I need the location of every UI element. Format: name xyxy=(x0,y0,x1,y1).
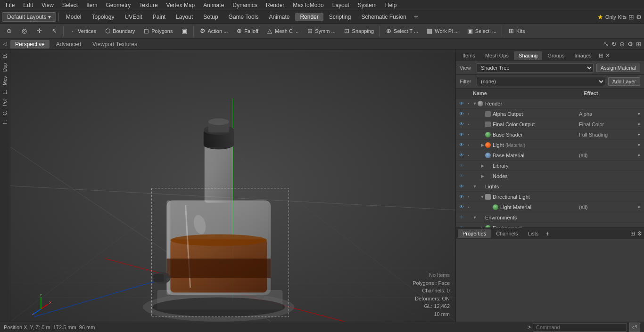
menu-dynamics[interactable]: Dynamics xyxy=(229,1,261,9)
ls-item-e[interactable]: E: xyxy=(1,88,8,96)
bottom-tab-channels[interactable]: Channels xyxy=(491,229,522,238)
menu-geometry[interactable]: Geometry xyxy=(102,1,135,9)
tree-item-dir-light[interactable]: 👁 • ▼ Directional Light xyxy=(456,192,644,202)
menu-vertex-map[interactable]: Vertex Map xyxy=(163,1,199,9)
arrow-nodes[interactable]: ▶ xyxy=(479,173,485,179)
tab-render[interactable]: Render xyxy=(295,13,323,21)
dropdown-alpha[interactable]: ▾ xyxy=(636,111,642,117)
tab-mesh-ops[interactable]: Mesh Ops xyxy=(480,51,513,60)
tree-item-alpha[interactable]: 👁 • Alpha Output Alpha ▾ xyxy=(456,109,644,119)
expand-icon[interactable]: ⊞ xyxy=(599,52,603,59)
menu-render[interactable]: Render xyxy=(262,1,288,9)
eye-lights[interactable]: 👁 xyxy=(458,183,465,190)
ls-item-dup[interactable]: Dup xyxy=(1,61,8,73)
kits-vp-btn[interactable]: ⊞Kits xyxy=(504,25,528,37)
tree-item-light-mat[interactable]: 👁 • ▶ Light (Material) ▾ xyxy=(456,140,644,150)
tab-setup[interactable]: Setup xyxy=(198,13,223,21)
menu-texture[interactable]: Texture xyxy=(135,1,161,9)
tree-item-light-material[interactable]: 👁 • Light Material (all) ▾ xyxy=(456,202,644,212)
arrow-render[interactable]: ▼ xyxy=(472,101,478,106)
tab-animate[interactable]: Animate xyxy=(264,13,294,21)
bottom-settings-icon[interactable]: ⚙ xyxy=(637,230,642,237)
tree-item-nodes[interactable]: 👁 ▶ Nodes xyxy=(456,171,644,181)
tab-items[interactable]: Items xyxy=(458,51,480,60)
snapping-btn[interactable]: ⊡Snapping xyxy=(340,25,378,37)
maximize-icon[interactable]: ⊞ xyxy=(628,13,634,21)
symm-btn[interactable]: ⊞Symm ... xyxy=(303,25,339,37)
menu-system[interactable]: System xyxy=(354,1,380,9)
arrow-environments[interactable]: ▼ xyxy=(472,215,478,220)
selecti-btn[interactable]: ▣Selecti ... xyxy=(463,25,500,37)
falloff-btn[interactable]: ⊕Falloff xyxy=(232,25,262,37)
ls-item-pol[interactable]: Pol xyxy=(1,97,8,108)
eye-base-mat[interactable]: 👁 xyxy=(458,152,465,159)
eye-light-mat[interactable]: 👁 xyxy=(458,141,465,149)
menu-item[interactable]: Item xyxy=(83,1,101,9)
close-icon[interactable]: ✕ xyxy=(605,52,610,59)
ls-item-mes[interactable]: Mes xyxy=(1,74,8,87)
tree-item-lights[interactable]: 👁 ▼ Lights xyxy=(456,181,644,192)
dropdown-light-mat[interactable]: ▾ xyxy=(636,142,642,148)
viewport-maximize-icon[interactable]: ⊞ xyxy=(636,40,641,48)
eye-environments[interactable]: 👁 xyxy=(458,214,465,221)
menu-file[interactable]: File xyxy=(2,1,18,9)
arrow-btn[interactable]: ↖ xyxy=(47,25,61,37)
ls-item-d[interactable]: D: xyxy=(1,52,8,60)
add-bottom-tab-button[interactable]: + xyxy=(545,230,549,237)
tree-item-environment[interactable]: 👁 ▶ Environment xyxy=(456,223,644,227)
viewport[interactable]: Z X Y No Items Polygons : Face Channels:… xyxy=(10,50,455,322)
bottom-tab-properties[interactable]: Properties xyxy=(458,229,491,238)
tab-shading[interactable]: Shading xyxy=(514,51,542,60)
default-layouts-dropdown[interactable]: Default Layouts ▾ xyxy=(2,12,56,22)
ls-item-f[interactable]: F: xyxy=(1,118,8,126)
vp-tab-viewport-textures[interactable]: Viewport Textures xyxy=(88,40,142,49)
select-mode-btn[interactable]: ⊙ xyxy=(2,25,16,37)
menu-help[interactable]: Help xyxy=(381,1,401,9)
viewport-move-icon[interactable]: ⤡ xyxy=(603,40,609,48)
arrow-library[interactable]: ▶ xyxy=(479,163,485,169)
dropdown-light-material[interactable]: ▾ xyxy=(636,204,642,211)
tab-schematic-fusion[interactable]: Schematic Fusion xyxy=(356,13,411,21)
menu-maxtomodo[interactable]: MaxToModo xyxy=(289,1,327,9)
tab-paint[interactable]: Paint xyxy=(148,13,170,21)
tree-item-base-shader[interactable]: 👁 • Base Shader Full Shading ▾ xyxy=(456,130,644,140)
menu-animate[interactable]: Animate xyxy=(199,1,228,9)
tab-images[interactable]: Images xyxy=(570,51,596,60)
vertices-btn[interactable]: ·Vertices xyxy=(66,25,99,37)
tree-item-base-material[interactable]: 👁 • Base Material (all) ▾ xyxy=(456,150,644,161)
ls-item-c[interactable]: C: xyxy=(1,109,8,117)
select-t-btn[interactable]: ⊕Select T ... xyxy=(381,25,421,37)
eye-base-shader[interactable]: 👁 xyxy=(458,131,465,138)
dropdown-final[interactable]: ▾ xyxy=(636,121,642,128)
dropdown-base-mat[interactable]: ▾ xyxy=(636,152,642,159)
boundary-btn[interactable]: ⬡Boundary xyxy=(100,25,138,37)
item-mode-btn[interactable]: ▣ xyxy=(177,25,191,37)
shader-tree[interactable]: 👁 • ▼ Render 👁 • Alpha Output Alph xyxy=(456,98,644,227)
tab-groups[interactable]: Groups xyxy=(543,51,569,60)
transform-btn[interactable]: ✛ xyxy=(32,25,46,37)
bottom-expand-icon[interactable]: ⊞ xyxy=(630,230,635,237)
work-pl-btn[interactable]: ▦Work Pl ... xyxy=(422,25,462,37)
tab-model[interactable]: Model xyxy=(61,13,86,21)
tree-item-environments[interactable]: 👁 ▼ Environments xyxy=(456,212,644,223)
tab-game-tools[interactable]: Game Tools xyxy=(224,13,264,21)
tree-item-library[interactable]: 👁 ▶ Library xyxy=(456,161,644,171)
settings-icon[interactable]: ⚙ xyxy=(636,13,642,21)
vp-tab-perspective[interactable]: Perspective xyxy=(10,40,50,49)
tree-item-render[interactable]: 👁 • ▼ Render xyxy=(456,98,644,109)
arrow-dir-light[interactable]: ▼ xyxy=(479,194,485,200)
vp-tab-advanced[interactable]: Advanced xyxy=(51,40,86,49)
viewport-rotate-icon[interactable]: ↻ xyxy=(611,40,617,48)
dropdown-base-shader[interactable]: ▾ xyxy=(636,131,642,138)
eye-environment[interactable]: 👁 xyxy=(458,224,465,228)
eye-final[interactable]: 👁 xyxy=(458,121,465,128)
viewport-zoom-icon[interactable]: ⊕ xyxy=(619,40,625,48)
radial-btn[interactable]: ◎ xyxy=(17,25,31,37)
arrow-light-mat[interactable]: ▶ xyxy=(479,142,485,148)
menu-edit[interactable]: Edit xyxy=(19,1,37,9)
filter-select[interactable]: (none) xyxy=(477,77,605,86)
view-select[interactable]: Shader Tree xyxy=(477,63,594,73)
tab-topology[interactable]: Topology xyxy=(87,13,119,21)
command-input[interactable] xyxy=(533,323,627,332)
tree-item-final-color[interactable]: 👁 • Final Color Output Final Color ▾ xyxy=(456,119,644,130)
